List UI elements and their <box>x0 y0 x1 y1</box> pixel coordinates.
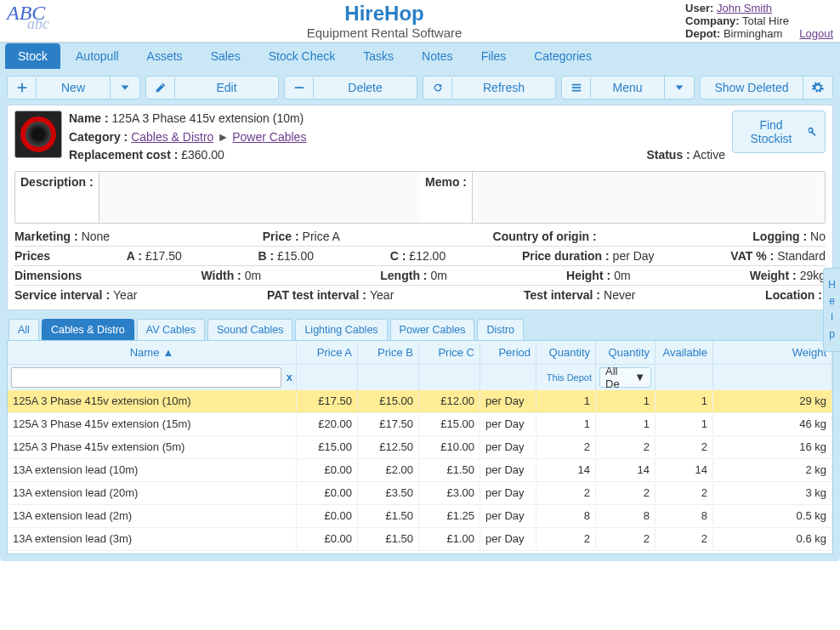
coo-label: Country of origin : <box>493 230 597 243</box>
clear-filter-button[interactable]: x <box>287 371 292 383</box>
grid-filter-row: x This Depot All De▼ <box>8 364 832 390</box>
table-row[interactable]: 125A 3 Phase 415v extension (10m)£17.50£… <box>8 390 832 413</box>
main-tab-stock-check[interactable]: Stock Check <box>256 43 349 69</box>
sub-tab-all[interactable]: All <box>9 319 39 340</box>
col-available[interactable]: Available <box>656 341 713 364</box>
pat-interval-label: PAT test interval : <box>267 288 366 302</box>
delete-button[interactable]: Delete <box>284 76 417 99</box>
sub-tab-cables-distro[interactable]: Cables & Distro <box>42 319 134 340</box>
weight-value: 29kg <box>800 269 826 282</box>
show-deleted-label: Show Deleted <box>701 77 803 99</box>
name-label: Name : <box>69 111 109 125</box>
col-price-c[interactable]: Price C <box>419 341 480 364</box>
edit-button-label: Edit <box>175 77 278 99</box>
sort-asc-icon: ▲ <box>162 346 173 359</box>
detail-panel: Name : 125A 3 Phase 415v extension (10m)… <box>7 105 833 310</box>
table-row[interactable]: 13A extension lead (3m)£0.00£1.50£1.00pe… <box>8 528 832 551</box>
stock-grid: Name ▲ Price A Price B Price C Period Qu… <box>7 341 833 554</box>
category-label: Category : <box>69 130 128 144</box>
table-row[interactable]: 125A 3 Phase 415v extension (5m)£15.00£1… <box>8 436 832 459</box>
table-row[interactable]: 13A extension lead (2m)£0.00£1.50£1.25pe… <box>8 505 832 528</box>
grid-body[interactable]: 125A 3 Phase 415v extension (10m)£17.50£… <box>8 390 832 553</box>
main-tab-sales[interactable]: Sales <box>198 43 253 69</box>
main-tab-autopull[interactable]: Autopull <box>63 43 132 69</box>
col-period[interactable]: Period <box>480 341 536 364</box>
col-name[interactable]: Name ▲ <box>8 341 297 364</box>
new-button[interactable]: New <box>7 76 140 99</box>
hamburger-icon <box>562 77 591 98</box>
menu-button[interactable]: Menu <box>561 76 695 99</box>
pat-interval-value: Year <box>370 288 394 302</box>
vat-value: Standard <box>777 249 826 263</box>
dimensions-label: Dimensions <box>14 269 82 282</box>
user-link[interactable]: John Smith <box>717 2 772 14</box>
price-a-value: £17.50 <box>145 249 182 263</box>
category-link-1[interactable]: Cables & Distro <box>131 130 213 144</box>
logout-link[interactable]: Logout <box>799 27 833 40</box>
table-row[interactable]: 13A extension lead (20m)£0.00£3.50£3.00p… <box>8 482 832 505</box>
sub-tab-strip: AllCables & DistroAV CablesSound CablesL… <box>7 319 833 341</box>
caret-down-icon[interactable] <box>665 77 694 98</box>
caret-down-icon: ▼ <box>634 371 645 383</box>
col-weight[interactable]: Weight <box>713 341 832 364</box>
height-value: 0m <box>614 269 630 282</box>
test-interval-label: Test interval : <box>524 288 600 302</box>
table-row[interactable]: 125A 3 Phase 415v extension (15m)£20.00£… <box>8 413 832 436</box>
logging-label: Logging : <box>752 230 807 243</box>
service-interval-value: Year <box>113 288 137 302</box>
edit-button[interactable]: Edit <box>145 76 279 99</box>
category-link-2[interactable]: Power Cables <box>232 130 306 144</box>
refresh-button-label: Refresh <box>452 77 555 99</box>
width-value: 0m <box>245 269 261 282</box>
delete-button-label: Delete <box>314 77 417 99</box>
description-label: Description : <box>15 172 99 223</box>
price-c-value: £12.00 <box>409 249 446 263</box>
user-info: User: John Smith Company: Total Hire Dep… <box>685 2 833 40</box>
test-interval-value: Never <box>604 288 635 302</box>
col-price-a[interactable]: Price A <box>297 341 358 364</box>
col-qty-all[interactable]: Quantity <box>596 341 656 364</box>
item-thumbnail[interactable] <box>14 111 62 158</box>
pencil-icon <box>146 77 175 98</box>
toolbar: New Edit Delete Refresh Menu Show Delete… <box>7 76 833 99</box>
description-box[interactable] <box>99 172 420 223</box>
sub-tab-power-cables[interactable]: Power Cables <box>390 319 475 340</box>
gear-icon[interactable] <box>803 77 832 98</box>
price-duration-value: per Day <box>613 249 655 263</box>
logging-value: No <box>810 230 826 243</box>
sub-tab-distro[interactable]: Distro <box>477 319 524 340</box>
main-tab-stock[interactable]: Stock <box>5 43 60 69</box>
company-label: Company: <box>685 14 740 27</box>
main-tab-assets[interactable]: Assets <box>134 43 196 69</box>
col-qty-depot[interactable]: Quantity <box>536 341 596 364</box>
caret-down-icon[interactable] <box>111 77 139 98</box>
price-b-label: B : <box>258 249 274 263</box>
col-price-b[interactable]: Price B <box>358 341 419 364</box>
main-tab-files[interactable]: Files <box>468 43 519 69</box>
search-icon <box>806 126 818 138</box>
find-stockist-button[interactable]: Find Stockist <box>732 111 826 153</box>
sub-tab-av-cables[interactable]: AV Cables <box>137 319 205 340</box>
app-subtitle: Equipment Rental Software <box>83 26 685 40</box>
main-tab-categories[interactable]: Categories <box>521 43 604 69</box>
sub-tab-lighting-cables[interactable]: Lighting Cables <box>295 319 387 340</box>
memo-box[interactable] <box>472 172 825 223</box>
status-label: Status : <box>646 148 690 162</box>
app-title: HireHop <box>83 2 685 26</box>
refresh-button[interactable]: Refresh <box>423 76 556 99</box>
minus-icon <box>285 77 314 98</box>
price-c-label: C : <box>390 249 406 263</box>
help-tab[interactable]: Help <box>823 268 840 352</box>
main-tab-notes[interactable]: Notes <box>409 43 466 69</box>
new-button-label: New <box>37 77 111 99</box>
depot-select[interactable]: All De▼ <box>599 367 651 388</box>
location-label: Location : <box>765 288 822 302</box>
name-filter-input[interactable] <box>11 367 281 388</box>
main-tab-tasks[interactable]: Tasks <box>350 43 406 69</box>
sub-tab-sound-cables[interactable]: Sound Cables <box>207 319 293 340</box>
marketing-value: None <box>82 230 110 243</box>
refresh-icon <box>423 77 452 98</box>
table-row[interactable]: 13A extension lead (10m)£0.00£2.00£1.50p… <box>8 459 832 482</box>
price-label: Price : <box>263 230 299 243</box>
show-deleted-button[interactable]: Show Deleted <box>700 76 833 99</box>
